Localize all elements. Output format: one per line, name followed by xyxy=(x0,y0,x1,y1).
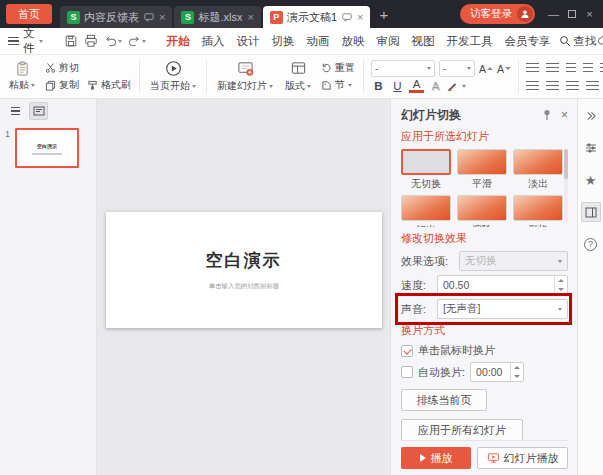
save-button[interactable] xyxy=(64,34,78,48)
spinner-arrows[interactable] xyxy=(510,363,523,381)
close-pane-icon[interactable]: × xyxy=(561,108,568,122)
spinner-arrows[interactable] xyxy=(554,276,567,294)
visitor-login-button[interactable]: 访客登录 xyxy=(460,4,535,24)
slide-thumbnail[interactable]: 空白演示 xyxy=(15,128,79,168)
transition-pane-toggle-icon[interactable] xyxy=(581,202,601,222)
menu-tab-member[interactable]: 会员专享 xyxy=(499,34,557,49)
slide-thumbnail-item[interactable]: 1 空白演示 xyxy=(0,123,96,168)
print-button[interactable] xyxy=(84,34,98,48)
redo-button[interactable] xyxy=(128,35,146,47)
advance-on-click-row[interactable]: 单击鼠标时换片 xyxy=(401,343,568,358)
cloud-sync-icon[interactable] xyxy=(597,34,603,48)
close-window-button[interactable]: × xyxy=(582,8,597,20)
close-tab-icon[interactable]: × xyxy=(247,11,253,23)
file-menu-label: 文件 xyxy=(23,26,35,56)
sound-select[interactable]: [无声音] xyxy=(437,299,568,319)
home-button[interactable]: 首页 xyxy=(6,4,52,24)
highlight-pen-icon[interactable] xyxy=(447,80,458,93)
checkbox-checked-icon[interactable] xyxy=(401,345,413,357)
transition-cut[interactable]: 切出 xyxy=(401,195,451,227)
font-size-select[interactable]: - xyxy=(439,60,475,77)
undo-button[interactable] xyxy=(104,35,122,47)
menu-tab-review[interactable]: 审阅 xyxy=(371,34,406,49)
slide[interactable]: 空白演示 单击输入您的封面副标题 xyxy=(106,212,382,328)
maximize-button[interactable] xyxy=(564,8,579,20)
transition-wipe[interactable]: 擦除 xyxy=(457,195,507,227)
tab-title-xlsx[interactable]: S 标题.xlsx × xyxy=(174,6,260,28)
transition-shape[interactable]: 形状 xyxy=(513,195,563,227)
file-menu[interactable]: 文件 xyxy=(8,26,43,56)
transition-fade[interactable]: 淡出 xyxy=(513,149,563,191)
comment-icon[interactable] xyxy=(144,13,154,22)
transition-none[interactable]: 无切换 xyxy=(401,149,451,191)
rehearse-current-button[interactable]: 排练当前页 xyxy=(401,389,487,411)
play-transition-button[interactable]: 播放 xyxy=(401,447,471,469)
align-left-icon[interactable] xyxy=(526,81,539,90)
speed-spinner[interactable]: 00.50 xyxy=(437,275,568,295)
outline-view-button[interactable] xyxy=(6,102,25,120)
auto-advance-spinner[interactable]: 00:00 xyxy=(470,362,524,382)
slide-canvas[interactable]: 空白演示 单击输入您的封面副标题 xyxy=(97,99,390,475)
slide-title[interactable]: 空白演示 xyxy=(206,249,282,272)
section-button[interactable]: 节 xyxy=(318,77,358,93)
cut-button[interactable]: 剪切 xyxy=(42,60,134,76)
underline-button[interactable]: U xyxy=(390,80,405,92)
menu-tab-design[interactable]: 设计 xyxy=(231,34,266,49)
increase-font-button[interactable]: A xyxy=(479,63,493,75)
layout-button[interactable]: 版式 xyxy=(280,58,316,95)
properties-icon[interactable] xyxy=(581,138,601,158)
format-painter-button[interactable]: 格式刷 xyxy=(84,77,134,93)
align-right-icon[interactable] xyxy=(566,81,579,90)
comment-icon[interactable] xyxy=(342,13,352,22)
numbered-list-icon[interactable] xyxy=(546,63,559,72)
slideshow-play-button[interactable]: 幻灯片播放 xyxy=(477,447,568,469)
close-tab-icon[interactable]: × xyxy=(159,11,165,23)
find-label: 查找 xyxy=(574,34,597,49)
tab-feedback-sheet[interactable]: S 内容反馈表 × xyxy=(60,6,172,28)
auto-advance-label: 自动换片: xyxy=(418,365,465,380)
align-center-icon[interactable] xyxy=(546,81,559,90)
minimize-button[interactable]: — xyxy=(546,8,561,20)
search-icon xyxy=(559,35,571,47)
new-slide-button[interactable]: 新建幻灯片 xyxy=(212,58,278,95)
pin-icon[interactable] xyxy=(542,109,552,121)
collapse-pane-icon[interactable] xyxy=(581,106,601,126)
copy-button[interactable]: 复制 xyxy=(42,77,82,93)
checkbox-unchecked-icon[interactable] xyxy=(401,366,413,378)
increase-indent-icon[interactable] xyxy=(583,63,593,72)
apply-to-all-button[interactable]: 应用于所有幻灯片 xyxy=(401,419,523,441)
menu-tab-devtools[interactable]: 开发工具 xyxy=(441,34,499,49)
menu-tab-start[interactable]: 开始 xyxy=(161,34,196,49)
menu-tab-animation[interactable]: 动画 xyxy=(301,34,336,49)
favorites-star-icon[interactable]: ★ xyxy=(581,170,601,190)
help-icon[interactable]: ? xyxy=(581,234,601,254)
decrease-font-button[interactable]: A xyxy=(497,63,511,75)
slideshow-label: 幻灯片播放 xyxy=(504,451,559,466)
slide-view-button[interactable] xyxy=(29,102,48,120)
new-tab-button[interactable]: + xyxy=(379,6,388,23)
menu-tab-slideshow[interactable]: 放映 xyxy=(336,34,371,49)
auto-advance-row[interactable]: 自动换片: 00:00 xyxy=(401,362,568,382)
bold-button[interactable]: B xyxy=(371,80,386,92)
transition-morph[interactable]: 平滑 xyxy=(457,149,507,191)
menu-tab-insert[interactable]: 插入 xyxy=(196,34,231,49)
font-color-button[interactable]: A xyxy=(409,79,424,93)
align-justify-icon[interactable] xyxy=(586,81,599,90)
menu-tab-view[interactable]: 视图 xyxy=(406,34,441,49)
tab-label: 演示文稿1 xyxy=(287,10,337,25)
paste-button[interactable]: 粘贴 xyxy=(4,58,40,95)
reset-button[interactable]: 重置 xyxy=(318,60,358,76)
section-label: 节 xyxy=(335,78,345,92)
font-family-select[interactable]: - xyxy=(371,60,435,77)
effect-option-select[interactable]: 无切换 xyxy=(459,251,568,271)
decrease-indent-icon[interactable] xyxy=(566,63,576,72)
text-shadow-button[interactable]: A xyxy=(428,80,443,92)
close-tab-icon[interactable]: × xyxy=(357,11,363,23)
play-from-current-button[interactable]: 当页开始 xyxy=(145,58,201,95)
slide-subtitle[interactable]: 单击输入您的封面副标题 xyxy=(208,281,278,290)
tab-presentation1-active[interactable]: P 演示文稿1 × xyxy=(263,6,371,28)
menu-tab-transition[interactable]: 切换 xyxy=(266,34,301,49)
bullet-list-icon[interactable] xyxy=(526,63,539,72)
pane-scrollbar[interactable] xyxy=(564,149,568,223)
find-button[interactable]: 查找 xyxy=(559,34,597,49)
